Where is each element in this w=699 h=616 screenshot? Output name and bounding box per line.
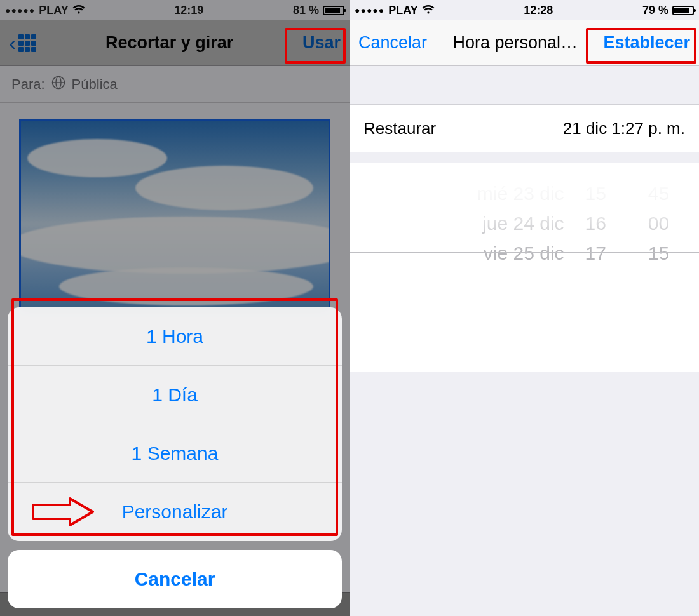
picker-item[interactable]: mié 23 dic [358, 178, 564, 208]
clock: 12:28 [524, 4, 553, 17]
picker-item[interactable]: 14 [564, 163, 627, 178]
battery-percent: 79 % [642, 4, 668, 17]
arrow-right-icon [31, 497, 94, 526]
sheet-cancel-button[interactable]: Cancelar [8, 550, 342, 608]
svg-marker-3 [33, 499, 93, 525]
picker-item[interactable]: mar 22 dic [358, 163, 564, 178]
carrier-label: PLAY [388, 4, 417, 17]
cancel-button[interactable]: Cancelar [358, 33, 427, 53]
wifi-icon [422, 4, 435, 17]
nav-title: Hora personal… [427, 33, 603, 53]
datetime-picker[interactable]: jue 17 dicvie 18 dicsáb 19 dicdom 20 dic… [350, 163, 699, 372]
restore-value: 21 dic 1:27 p. m. [563, 119, 685, 138]
picker-item[interactable]: 00 [627, 208, 690, 238]
picker-column-hour[interactable]: 091011121314151617 [564, 163, 627, 372]
picker-item[interactable]: 45 [627, 178, 690, 208]
restore-label: Restaurar [363, 119, 436, 138]
sheet-option-1-dia[interactable]: 1 Día [8, 366, 342, 424]
picker-item[interactable]: 30 [627, 163, 690, 178]
picker-item[interactable]: 16 [564, 208, 627, 238]
picker-column-min[interactable]: 153045001530450015 [627, 163, 690, 372]
restore-row[interactable]: Restaurar 21 dic 1:27 p. m. [350, 104, 699, 152]
signal-dots-icon: ●●●●● [355, 5, 384, 15]
sheet-option-1-hora[interactable]: 1 Hora [8, 307, 342, 366]
screenshot-left: ●●●●● PLAY 12:19 81 % ‹ Recortar y girar… [0, 0, 350, 616]
sheet-option-personalizar[interactable]: Personalizar [8, 483, 342, 541]
battery-icon [672, 6, 694, 15]
picker-item[interactable]: 15 [564, 178, 627, 208]
status-bar: ●●●●● PLAY 12:28 79 % [350, 0, 699, 20]
set-button[interactable]: Establecer [603, 33, 690, 53]
action-sheet: 1 Hora 1 Día 1 Semana Personalizar Cance… [0, 300, 350, 616]
screenshot-right: ●●●●● PLAY 12:28 79 % Cancelar Hora pers… [350, 0, 699, 616]
sheet-option-1-semana[interactable]: 1 Semana [8, 424, 342, 483]
nav-bar: Cancelar Hora personal… Establecer [350, 20, 699, 66]
picker-item[interactable]: jue 24 dic [358, 208, 564, 238]
picker-column-date[interactable]: jue 17 dicvie 18 dicsáb 19 dicdom 20 dic… [358, 163, 564, 372]
